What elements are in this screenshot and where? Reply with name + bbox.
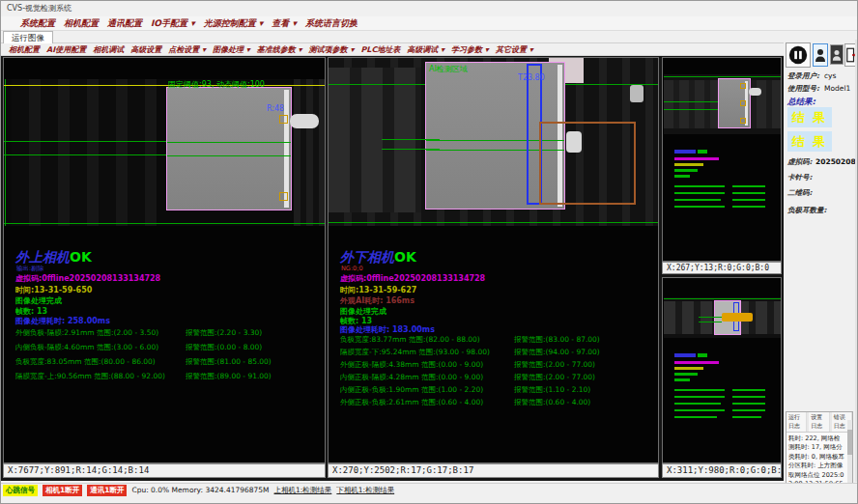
tab-strip: 运行图像: [1, 31, 858, 43]
measure-line: [4, 154, 168, 155]
tool-spotcheck-settings[interactable]: 点检设置 ▾: [168, 44, 206, 55]
log-tab-settings[interactable]: 设置日志: [809, 412, 829, 432]
model-label: 使用型号:: [787, 84, 819, 94]
tool-other-settings[interactable]: 其它设置 ▾: [496, 44, 533, 55]
window-statusbar: 心跳信号 相机1断开 通讯1断开 Cpu: 0.0% Memory: 3424.…: [1, 483, 858, 496]
machine-background: [329, 68, 421, 212]
tab-marker: [740, 118, 746, 124]
right-sidebar: 登录用户: cys 使用型号: Model1 总结果: 结 果 结 果 虚拟码:…: [784, 40, 858, 482]
pin-number-label: 卡针号:: [787, 173, 813, 182]
tool-advanced-debug[interactable]: 高级调试 ▾: [407, 44, 444, 55]
cpu-memory-status: Cpu: 0.0% Memory: 3424.41796875M: [131, 486, 269, 494]
log-tabs: 运行日志 设置日志 错误日志: [786, 412, 852, 433]
tool-plc-address[interactable]: PLC地址表: [360, 44, 400, 55]
separator-tab-blob: [749, 88, 761, 96]
measurement-value: 负极宽度:83.05mm 范围:(80.00 - 86.00): [15, 357, 156, 367]
result-box-2: 结 果: [787, 131, 832, 152]
measurement-alarm: 报警范围:(83.00 - 87.00): [514, 335, 600, 345]
measure-line: [329, 222, 658, 223]
separator-tab-blob: [290, 114, 319, 128]
right-camera-image[interactable]: AI检测区域 T23.80: [329, 58, 658, 226]
menu-view[interactable]: 查看 ▾: [272, 17, 297, 30]
window-title: CVS-视觉检测系统: [7, 4, 72, 13]
process-time: 图像处理耗时: 258.00ms: [15, 316, 110, 326]
qrcode-label: 二维码:: [787, 188, 813, 198]
camera-name: 外上相机: [15, 249, 70, 265]
small-top-pixel-statusbar: X:267;Y:13;R:0;G:0;B:0: [662, 262, 782, 274]
tool-advanced-settings[interactable]: 高级设置: [130, 44, 161, 55]
measurement-value: 隔膜宽度-上:90.56mm 范围:(88.00 - 92.00): [15, 372, 165, 381]
user-button[interactable]: [813, 43, 828, 67]
window-titlebar[interactable]: CVS-视觉检测系统: [1, 1, 858, 16]
measurement-alarm: 报警范围:(2.00 - 77.00): [514, 360, 595, 370]
left-camera-image[interactable]: 固定阈值:93, 动态阈值:100 R:48: [4, 79, 325, 226]
measure-line: [167, 142, 291, 143]
measurement-alarm: 报警范围:(1.10 - 2.10): [514, 385, 590, 395]
login-user-label: 登录用户:: [787, 71, 819, 81]
log-scrollbar[interactable]: [847, 420, 852, 488]
virtual-barcode: 虚拟码:0ffline20250208133134728: [340, 273, 485, 284]
measure-line: [382, 139, 440, 140]
menu-language-switch[interactable]: 系统语言切换: [305, 17, 358, 30]
menu-camera-config[interactable]: 相机配置: [64, 17, 99, 30]
log-tab-run[interactable]: 运行日志: [786, 412, 807, 432]
tool-bar: 相机配置 AI使用配置 相机调试 高级设置 点检设置 ▾ 图像处理 ▾ 基准线参…: [1, 43, 784, 56]
menu-system-config[interactable]: 系统配置: [20, 17, 55, 30]
operator-button[interactable]: [830, 44, 844, 65]
machine-background: [12, 79, 157, 226]
output-note: 输出:剔除: [16, 265, 43, 273]
upper-camera-status: 上相机1:检测结果: [274, 486, 332, 495]
measurement-alarm: 报警范围:(2.20 - 3.30): [186, 328, 262, 338]
right-camera-view[interactable]: AI检测区域 T23.80 外下相机OK NG:0;0 虚拟码:0ffline2…: [328, 57, 659, 463]
tool-camera-config[interactable]: 相机配置: [9, 44, 40, 55]
ai-time: 外观AI耗时: 166ms: [340, 295, 415, 306]
app-window: CVS-视觉检测系统 C 系统配置 相机配置 通讯配置 IO手配置 ▾ 光源控制…: [0, 0, 858, 504]
tab-run-image[interactable]: 运行图像: [3, 31, 53, 43]
measurement-value: 外侧正极-负极:2.61mm 范围:(0.60 - 4.00): [340, 398, 483, 407]
measure-line: [664, 109, 720, 110]
tool-camera-debug[interactable]: 相机调试: [93, 44, 124, 55]
output-note: NG:0;0: [341, 265, 363, 272]
result-box-1: 结 果: [787, 107, 832, 127]
tool-test-params[interactable]: 测试项参数 ▾: [309, 44, 355, 55]
pause-button[interactable]: [786, 42, 811, 68]
baseline-overlay: [4, 85, 325, 86]
main-area: 固定阈值:93, 动态阈值:100 R:48 外上相机OK 输出:剔除 虚拟码:…: [1, 56, 784, 481]
measurement-alarm: 报警范围:(94.00 - 97.00): [514, 348, 600, 357]
left-camera-view[interactable]: 固定阈值:93, 动态阈值:100 R:48 外上相机OK 输出:剔除 虚拟码:…: [3, 57, 326, 463]
tool-image-processing[interactable]: 图像处理 ▾: [213, 44, 250, 55]
separator-edge: [284, 90, 289, 208]
lower-camera-status: 下相机1:检测结果: [336, 486, 394, 495]
virtual-barcode: 虚拟码:0ffline20250208133134728: [15, 273, 160, 284]
measurement-alarm: 报警范围:(0.60 - 4.00): [514, 398, 590, 407]
tab-marker: [740, 100, 746, 106]
small-camera-view-bottom[interactable]: [662, 277, 782, 463]
process-time: 图像处理耗时: 183.00ms: [340, 324, 435, 335]
measure-line: [4, 141, 168, 142]
small-camera-image-top[interactable]: [664, 74, 781, 134]
menu-comm-config[interactable]: 通讯配置: [107, 17, 142, 30]
tab-count-label: 负极耳数量:: [787, 206, 827, 215]
result-ok-badge: OK: [70, 249, 92, 265]
threshold-overlay-text: 固定阈值:93, 动态阈值:100: [168, 79, 265, 90]
tab-marker: [740, 83, 746, 89]
menu-io-config[interactable]: IO手配置 ▾: [151, 17, 195, 30]
log-panel: 运行日志 设置日志 错误日志 耗时: 222, 网络检测耗时: 17, 网络分类…: [786, 411, 853, 489]
user-icon: [815, 47, 826, 63]
log-text: 耗时: 222, 网络检测耗时: 17, 网络分类耗时: 0, 网络极耳分区耗时…: [786, 433, 852, 489]
small-camera-view-top[interactable]: [662, 57, 782, 262]
heartbeat-badge: 心跳信号: [3, 485, 38, 496]
tool-ai-config[interactable]: AI使用配置: [46, 44, 86, 55]
tool-learning-params[interactable]: 学习参数 ▾: [451, 44, 489, 55]
camera-status-badge: 相机1断开: [43, 485, 82, 496]
menu-light-config[interactable]: 光源控制配置 ▾: [204, 17, 264, 30]
tool-baseline-params[interactable]: 基准线参数 ▾: [257, 44, 302, 55]
measure-line: [664, 76, 781, 77]
measurement-value: 负极宽度:83.77mm 范围:(82.00 - 88.00): [340, 335, 480, 345]
comm-status-badge: 通讯1断开: [87, 485, 127, 496]
left-pixel-statusbar: X:7677;Y:891;R:14;G:14;B:14: [3, 463, 326, 478]
measurement-value: 外侧正极-隔膜:4.38mm 范围:(0.00 - 9.00): [340, 360, 483, 370]
machine-background: [294, 79, 325, 226]
small-camera-image-bottom[interactable]: [664, 297, 781, 338]
marker-overlay-text: T23.80: [518, 73, 545, 82]
